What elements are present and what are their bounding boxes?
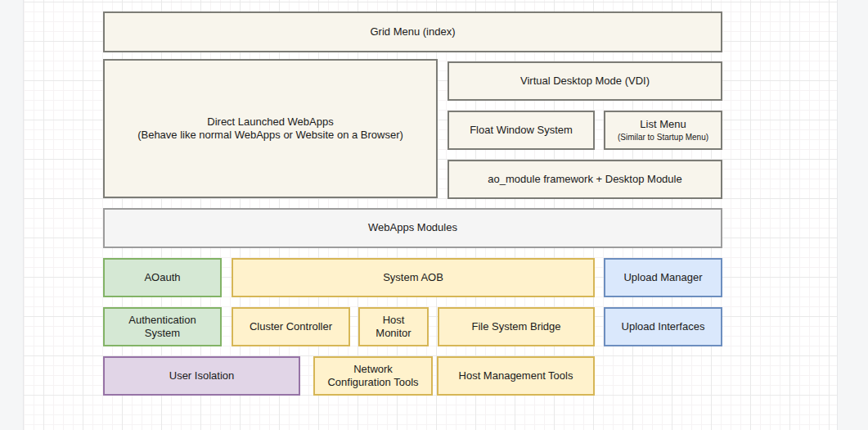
box-authentication-system: Authentication System <box>103 307 222 346</box>
box-ao-module-framework: ao_module framework + Desktop Module <box>447 160 722 199</box>
box-network-configuration-tools-label: Network Configuration Tools <box>323 363 423 390</box>
box-host-monitor-label: Host Monitor <box>368 314 419 341</box>
box-user-isolation: User Isolation <box>103 356 300 396</box>
box-direct-launched-webapps-sublabel: (Behave like normal WebApps or Website o… <box>137 129 403 142</box>
box-aoauth-label: AOauth <box>144 271 180 284</box>
box-upload-manager-label: Upload Manager <box>623 271 702 284</box>
box-user-isolation-label: User Isolation <box>169 369 234 382</box>
box-virtual-desktop-mode: Virtual Desktop Mode (VDI) <box>447 61 722 101</box>
box-file-system-bridge-label: File System Bridge <box>471 320 560 333</box>
box-webapps-modules-label: WebApps Modules <box>368 221 457 234</box>
box-file-system-bridge: File System Bridge <box>438 307 595 346</box>
box-cluster-controller: Cluster Controller <box>232 307 350 346</box>
box-virtual-desktop-mode-label: Virtual Desktop Mode (VDI) <box>520 75 650 88</box>
box-ao-module-framework-label: ao_module framework + Desktop Module <box>488 173 681 186</box>
box-direct-launched-webapps: Direct Launched WebApps (Behave like nor… <box>103 59 438 198</box>
box-upload-manager: Upload Manager <box>604 258 722 297</box>
box-authentication-system-label: Authentication System <box>113 314 212 341</box>
box-system-aob-label: System AOB <box>383 271 443 284</box>
box-upload-interfaces: Upload Interfaces <box>604 307 722 346</box>
box-host-management-tools: Host Management Tools <box>437 356 595 396</box>
canvas-left-margin <box>0 0 24 430</box>
box-upload-interfaces-label: Upload Interfaces <box>622 320 705 333</box>
box-host-management-tools-label: Host Management Tools <box>459 369 573 382</box>
box-list-menu-sublabel: (Similar to Startup Menu) <box>618 132 708 143</box>
diagram-canvas: Grid Menu (index) Direct Launched WebApp… <box>0 0 868 430</box>
box-direct-launched-webapps-label: Direct Launched WebApps <box>207 115 333 129</box>
box-network-configuration-tools: Network Configuration Tools <box>313 356 433 396</box>
box-grid-menu: Grid Menu (index) <box>103 11 722 52</box>
box-system-aob: System AOB <box>232 258 595 297</box>
canvas-right-margin <box>837 0 868 430</box>
box-cluster-controller-label: Cluster Controller <box>250 320 332 333</box>
box-host-monitor: Host Monitor <box>358 307 429 346</box>
box-webapps-modules: WebApps Modules <box>103 208 722 248</box>
box-float-window-system: Float Window System <box>447 111 595 150</box>
box-grid-menu-label: Grid Menu (index) <box>370 25 455 38</box>
box-aoauth: AOauth <box>103 258 222 297</box>
box-list-menu-label: List Menu <box>640 118 686 131</box>
box-float-window-system-label: Float Window System <box>470 124 573 137</box>
box-list-menu: List Menu (Similar to Startup Menu) <box>604 111 722 150</box>
